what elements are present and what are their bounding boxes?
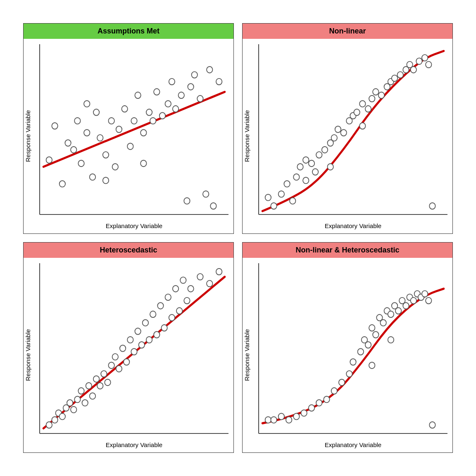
svg-point-18 (121, 106, 127, 112)
svg-point-53 (312, 169, 318, 175)
svg-point-124 (207, 281, 212, 287)
svg-point-90 (67, 400, 73, 406)
svg-point-25 (154, 89, 159, 95)
y-label-non-linear-heteroscedastic: Response Variable (243, 258, 254, 452)
svg-point-110 (143, 319, 148, 326)
svg-point-75 (416, 58, 422, 64)
svg-point-9 (78, 160, 84, 167)
svg-point-14 (103, 152, 109, 158)
svg-point-7 (71, 147, 76, 153)
svg-point-95 (86, 383, 92, 389)
svg-point-115 (161, 325, 167, 331)
plot-svg-heteroscedastic (35, 258, 233, 439)
svg-point-28 (169, 79, 175, 85)
svg-line-2 (43, 92, 225, 167)
svg-point-133 (301, 410, 307, 416)
svg-point-35 (203, 191, 209, 197)
x-label-heteroscedastic: Explanatory Variable (35, 439, 233, 452)
svg-point-81 (359, 123, 365, 129)
svg-point-160 (369, 362, 375, 368)
svg-point-36 (207, 67, 212, 73)
svg-point-138 (339, 379, 345, 386)
svg-point-100 (105, 379, 110, 386)
svg-point-37 (210, 203, 216, 209)
svg-point-39 (103, 177, 109, 183)
svg-point-23 (146, 109, 152, 115)
svg-point-34 (197, 95, 203, 102)
svg-point-155 (411, 298, 416, 304)
svg-point-66 (373, 89, 378, 95)
svg-point-38 (216, 79, 222, 85)
svg-point-129 (271, 416, 276, 423)
svg-point-135 (316, 400, 322, 406)
plot-container-non-linear-heteroscedastic: Explanatory Variable (254, 258, 452, 452)
plot-container-assumptions-met: Explanatory Variable (35, 39, 233, 233)
svg-point-99 (101, 371, 107, 377)
svg-point-103 (116, 366, 122, 372)
svg-point-12 (93, 109, 99, 115)
svg-point-17 (116, 126, 122, 132)
panel-assumptions-met: Assumptions MetResponse VariableExplanat… (23, 23, 234, 234)
svg-point-117 (169, 314, 175, 321)
chart-area-heteroscedastic: Response VariableExplanatory Variable (24, 258, 233, 452)
svg-point-80 (327, 164, 333, 170)
chart-area-non-linear: Response VariableExplanatory Variable (243, 39, 452, 233)
svg-point-105 (124, 359, 129, 365)
svg-point-92 (74, 396, 80, 402)
svg-point-111 (146, 337, 152, 343)
svg-point-136 (324, 396, 329, 402)
svg-point-22 (140, 130, 146, 136)
plot-svg-non-linear-heteroscedastic (254, 258, 452, 439)
svg-point-33 (192, 71, 198, 78)
x-label-non-linear: Explanatory Variable (254, 220, 452, 233)
svg-point-62 (354, 109, 359, 115)
svg-point-112 (150, 311, 156, 317)
svg-point-59 (340, 130, 346, 136)
svg-point-130 (278, 413, 284, 419)
svg-point-153 (403, 302, 409, 309)
svg-point-40 (84, 100, 90, 107)
svg-point-85 (46, 422, 52, 428)
svg-point-93 (78, 388, 84, 394)
y-label-non-linear: Response Variable (243, 39, 254, 233)
svg-point-44 (265, 194, 271, 200)
svg-point-147 (380, 319, 386, 326)
svg-point-4 (52, 123, 57, 129)
svg-point-158 (422, 290, 428, 297)
svg-point-102 (112, 354, 118, 360)
svg-point-8 (74, 118, 80, 124)
panel-non-linear-heteroscedastic: Non-linear & HeteroscedasticResponse Var… (242, 242, 453, 453)
chart-area-assumptions-met: Response VariableExplanatory Variable (24, 39, 233, 233)
svg-point-24 (150, 118, 156, 124)
svg-point-3 (46, 157, 52, 163)
svg-point-119 (176, 308, 182, 314)
svg-point-30 (178, 92, 184, 98)
svg-point-144 (369, 325, 375, 331)
svg-point-16 (112, 164, 118, 170)
svg-point-47 (284, 181, 290, 187)
svg-point-76 (422, 55, 428, 61)
svg-point-132 (293, 413, 299, 419)
svg-point-106 (127, 337, 133, 343)
svg-point-19 (127, 143, 133, 149)
svg-point-108 (135, 328, 140, 334)
svg-area-non-linear (254, 39, 452, 220)
plot-svg-non-linear (254, 39, 452, 220)
chart-area-non-linear-heteroscedastic: Response VariableExplanatory Variable (243, 258, 452, 452)
svg-point-45 (271, 203, 276, 209)
svg-point-120 (180, 277, 186, 283)
svg-point-88 (60, 413, 65, 419)
svg-point-58 (335, 126, 341, 132)
svg-point-50 (297, 164, 303, 170)
y-label-heteroscedastic: Response Variable (24, 258, 35, 452)
svg-point-63 (359, 100, 365, 107)
svg-point-78 (429, 203, 435, 209)
svg-point-49 (293, 174, 299, 180)
svg-point-118 (173, 286, 178, 292)
svg-point-94 (82, 400, 88, 406)
panel-header-assumptions-met: Assumptions Met (24, 24, 233, 39)
svg-point-41 (140, 160, 146, 167)
svg-point-70 (392, 75, 397, 81)
svg-point-149 (388, 311, 394, 317)
svg-point-121 (184, 298, 190, 304)
